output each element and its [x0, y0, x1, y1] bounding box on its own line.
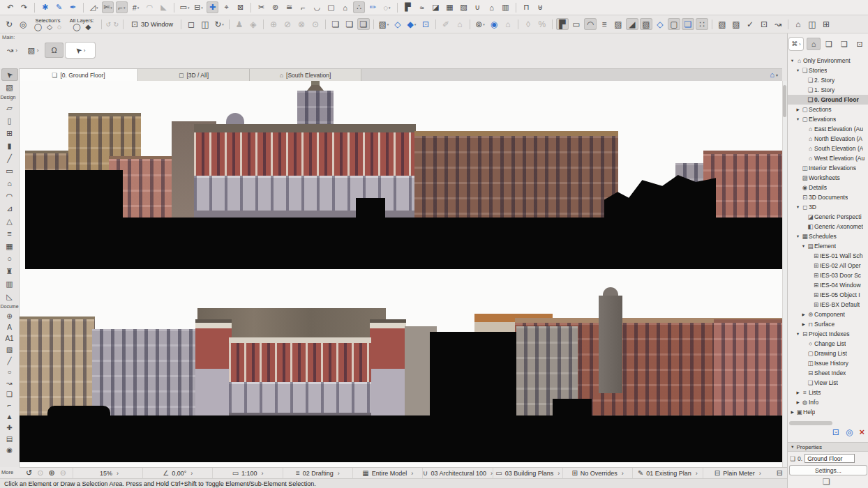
fill-bucket-icon[interactable]: ⌂ — [454, 18, 466, 30]
trim-icon[interactable]: ✄ — [102, 1, 114, 13]
vr-scene-icon[interactable]: ⌂ — [502, 18, 514, 30]
dimension-standard-segment[interactable]: ∪ 03 Architectural 100 — [422, 468, 492, 478]
pickup-parameters-icon[interactable]: ⊚ — [269, 1, 281, 13]
render-settings-icon[interactable]: % — [536, 18, 548, 30]
tree-expand-icon[interactable]: ▼ — [800, 244, 807, 248]
mesh-panel-icon[interactable]: ▦ — [444, 1, 456, 13]
tree-item-ies-02[interactable]: ⊞ IES-02 All Oper — [788, 261, 868, 270]
tree-item-element[interactable]: ▼ ▤ Element — [788, 241, 868, 251]
tree-item-stories[interactable]: ▼ ❏ Stories — [788, 66, 868, 75]
properties-header[interactable]: ▼ Properties — [788, 442, 868, 452]
3d-window-button[interactable]: ⊡ 3D Window — [127, 19, 177, 30]
label-tool[interactable]: A1 — [1, 333, 18, 344]
grid-panel-icon[interactable]: ▥ — [500, 1, 511, 13]
tree-expand-icon[interactable]: ▼ — [789, 59, 795, 63]
tree-item-schedules[interactable]: ▼ ▦ Schedules — [788, 231, 868, 241]
renovation-existing-icon[interactable]: ▛ — [556, 18, 569, 30]
tab-3d-all[interactable]: ◻ [3D / All] — [138, 69, 250, 82]
door-tool[interactable]: ▯ — [1, 114, 18, 127]
object-tool[interactable]: ♜ — [1, 265, 18, 277]
tree-expand-icon[interactable]: ▶ — [800, 312, 807, 317]
filter-frame-icon[interactable]: ▧ — [640, 18, 652, 30]
zoom-selection-icon[interactable]: ⊕ — [267, 18, 280, 30]
worksheet-tool[interactable]: ▤ — [1, 434, 18, 445]
more-tools-label[interactable]: More — [1, 469, 13, 475]
text-merge-icon[interactable]: ⊎ — [534, 1, 546, 13]
tree-item-drawing-list[interactable]: ▢ Drawing List — [788, 349, 868, 358]
tree-expand-icon[interactable]: ▼ — [795, 205, 801, 209]
highlighter-icon[interactable]: ✏ — [367, 1, 379, 13]
tree-item-view-list[interactable]: ❏ View List — [788, 378, 868, 388]
wall-panel-icon[interactable]: ▛ — [402, 1, 414, 13]
pan-mode-icon[interactable]: ⊗ — [295, 18, 308, 30]
tree-item-worksheets[interactable]: ▨ Worksheets — [788, 173, 868, 183]
camera-icon[interactable]: ⊚ — [474, 18, 486, 30]
tree-item-issue-history[interactable]: ◫ Issue History — [788, 358, 868, 368]
tree-item-ies-bx[interactable]: ⊞ IES-BX Default — [788, 300, 868, 310]
tab-overflow-button[interactable]: ⌂ — [765, 69, 782, 81]
tree-item-project-indexes[interactable]: ▼ ⊟ Project Indexes — [788, 329, 868, 339]
orbit-status-icon[interactable]: ↺ — [26, 469, 32, 477]
hatch-light-icon[interactable]: ≡ — [598, 18, 611, 30]
tree-expand-icon[interactable]: ▶ — [795, 400, 801, 404]
roof-wizard-icon[interactable]: ≈ — [416, 1, 428, 13]
tree-item-east-elevation[interactable]: ⌂ East Elevation (Au — [788, 124, 868, 134]
virtual-trace-icon[interactable]: ⊞ — [820, 18, 832, 30]
renovation-demolish-icon[interactable]: ▭ — [570, 18, 583, 30]
fill-tool[interactable]: ▨ — [1, 344, 18, 356]
scissors-icon[interactable]: ✂ — [255, 1, 267, 13]
tree-item-west-elevation[interactable]: ⌂ West Elevation (Au — [788, 153, 868, 163]
marquee-select-button[interactable]: ▧ — [24, 43, 43, 58]
tree-item-south-elevation[interactable]: ⌂ South Elevation (A — [788, 144, 868, 153]
signpost-icon[interactable]: ⊓ — [521, 1, 532, 13]
renovation-new-icon[interactable]: ◠ — [584, 18, 597, 30]
tree-item-ies-03[interactable]: ⊞ IES-03 Door Sc — [788, 270, 868, 280]
scale-segment[interactable]: ▭ 1:100 — [212, 468, 282, 478]
tree-expand-icon[interactable]: ▶ — [795, 107, 801, 112]
quick-options-button[interactable]: ⌘ — [789, 38, 803, 50]
tree-item-lists[interactable]: ▶ ≡ Lists — [788, 388, 868, 397]
tree-item-sections[interactable]: ▶ ▢ Sections — [788, 105, 868, 114]
roof-over-icon[interactable]: ⌂ — [339, 1, 351, 13]
arc-segment-icon[interactable]: ◡ — [311, 1, 323, 13]
morph-tool[interactable]: ⊿ — [1, 202, 18, 215]
pet-palette-button[interactable]: ↝ — [3, 43, 22, 58]
tree-item-only-environment[interactable]: ▼ ⌂ Only Environment — [788, 56, 868, 66]
arc-tool[interactable]: ○ — [1, 367, 18, 378]
detail-tool[interactable]: ◉ — [1, 445, 18, 456]
spline-edit-icon[interactable]: ↝ — [772, 18, 784, 30]
mini-undo-icon[interactable]: ↺ — [105, 18, 112, 30]
tree-item-north-elevation[interactable]: ⌂ North Elevation (A — [788, 134, 868, 144]
tree-item-elevations[interactable]: ▼ ▢ Elevations — [788, 114, 868, 124]
zoom-menu-icon[interactable]: ⊙ — [37, 469, 43, 477]
undo-icon[interactable]: ↶ — [4, 1, 16, 13]
window-tool[interactable]: ⊞ — [1, 127, 18, 139]
marquee-box-icon[interactable]: ▭ — [179, 1, 190, 13]
look-around-icon[interactable]: ◎ — [17, 18, 29, 30]
snap-grid-icon[interactable]: # — [130, 1, 142, 13]
hatch-panel-icon[interactable]: ▨ — [458, 1, 470, 13]
zone-tool[interactable]: ○ — [1, 252, 18, 265]
split-icon[interactable]: ⌐ — [116, 1, 128, 13]
camera-path-icon[interactable]: ◉ — [488, 18, 500, 30]
tree-expand-icon[interactable]: ▼ — [795, 332, 801, 336]
redo-icon[interactable]: ↷ — [18, 1, 30, 13]
drawing-tool[interactable]: ❏ — [1, 389, 18, 400]
explore-mode-icon[interactable]: ◈ — [247, 18, 260, 30]
find-replace-icon[interactable]: ⊡ — [758, 18, 770, 30]
revision-cloud-icon[interactable]: ◌ — [381, 1, 393, 13]
tree-item-ies-04[interactable]: ⊞ IES-04 Window — [788, 280, 868, 290]
find-related-icon[interactable]: ◎ — [846, 428, 853, 436]
tree-item-info[interactable]: ▶ ◍ Info — [788, 397, 868, 407]
orbit-mode-icon[interactable]: ↻ — [213, 18, 225, 30]
angle-segment[interactable]: ∠ 0,00° — [142, 468, 212, 478]
tree-item-3d-documents[interactable]: ⊡ 3D Documents — [788, 192, 868, 202]
tree-expand-icon[interactable]: ▶ — [800, 322, 807, 326]
settings-button[interactable]: Settings... — [790, 466, 867, 475]
tree-expand-icon[interactable]: ▶ — [789, 410, 795, 414]
fit-in-window-icon[interactable]: ⊘ — [281, 18, 294, 30]
copy-settings-icon[interactable]: ❏ — [329, 18, 342, 30]
tree-item-0-ground-floor[interactable]: ❏ 0. Ground Floor — [788, 95, 868, 105]
ramp-tool[interactable]: ◺ — [1, 290, 18, 303]
shell-tool[interactable]: ◠ — [1, 190, 18, 202]
